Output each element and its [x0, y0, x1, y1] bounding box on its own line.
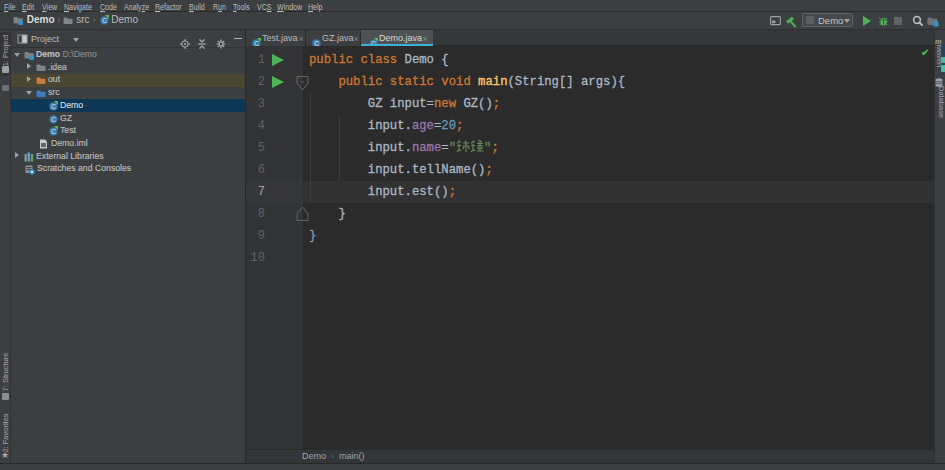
svg-text:C: C [51, 128, 56, 135]
svg-text:C: C [102, 17, 107, 24]
svg-text:C: C [51, 103, 56, 110]
svg-text:C: C [51, 116, 56, 123]
